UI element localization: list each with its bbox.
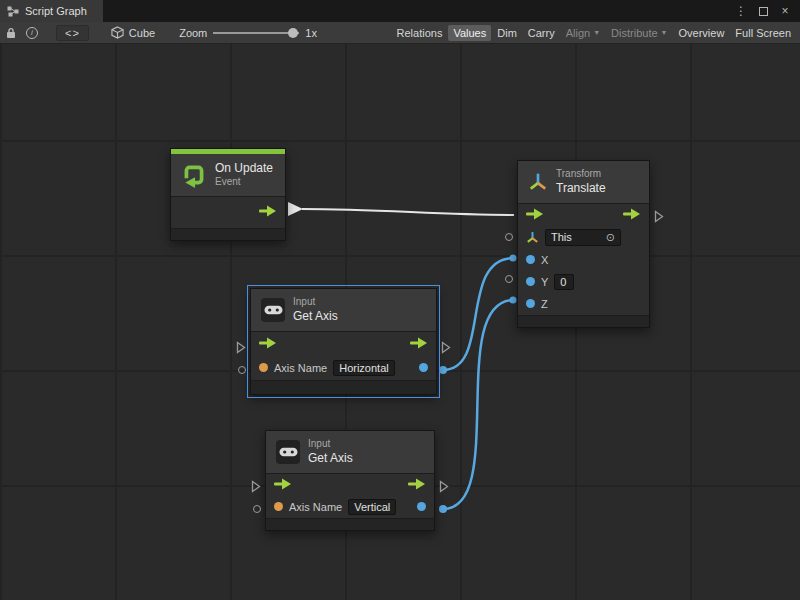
y-value-field[interactable]: 0 bbox=[554, 274, 574, 290]
info-icon: i bbox=[26, 27, 38, 39]
flow-in-marker[interactable] bbox=[236, 340, 246, 358]
value-output-port[interactable] bbox=[419, 363, 428, 372]
titlebar: Script Graph ⋮ × bbox=[0, 0, 800, 22]
node-header[interactable]: Input Get Axis bbox=[266, 431, 434, 474]
this-object-field[interactable]: This ⊙ bbox=[545, 229, 621, 246]
node-header[interactable]: Transform Translate bbox=[518, 161, 649, 204]
carry-button[interactable]: Carry bbox=[523, 25, 560, 41]
node-get-axis-horizontal[interactable]: Input Get Axis Axis Name Horizontal bbox=[250, 288, 437, 395]
flow-input-port[interactable] bbox=[526, 208, 544, 222]
value-input-port-x[interactable] bbox=[526, 255, 535, 264]
node-on-update[interactable]: On Update Event bbox=[170, 148, 286, 241]
wire-vertical-to-z[interactable] bbox=[443, 300, 514, 509]
context-selector[interactable]: Cube bbox=[111, 26, 155, 39]
dim-button[interactable]: Dim bbox=[492, 25, 522, 41]
value-output-port[interactable] bbox=[417, 502, 426, 511]
toolbar: i <> Cube Zoom 1x Relations Values Dim C… bbox=[0, 22, 800, 44]
port-label-z: Z bbox=[541, 298, 548, 310]
flow-wire-arrowhead bbox=[288, 202, 303, 216]
node-subtitle: Get Axis bbox=[308, 451, 353, 466]
wire-endpoint bbox=[439, 505, 447, 513]
flow-input-port[interactable] bbox=[274, 478, 292, 492]
string-input-port[interactable] bbox=[259, 363, 268, 372]
flow-out-marker[interactable] bbox=[441, 340, 451, 358]
zoom-control: Zoom 1x bbox=[179, 27, 317, 39]
flow-out-marker[interactable] bbox=[654, 209, 664, 227]
window-menu-button[interactable]: ⋮ bbox=[732, 2, 750, 20]
zoom-value: 1x bbox=[305, 27, 317, 39]
wire-endpoint bbox=[510, 255, 517, 262]
value-input-port-z[interactable] bbox=[526, 299, 535, 308]
unconnected-port-marker[interactable] bbox=[253, 505, 261, 513]
node-title: On Update bbox=[215, 161, 273, 176]
axis-name-field[interactable]: Vertical bbox=[348, 499, 396, 515]
values-button[interactable]: Values bbox=[448, 25, 491, 41]
flow-in-marker[interactable] bbox=[251, 479, 261, 497]
window-controls: ⋮ × bbox=[732, 0, 800, 22]
flow-row bbox=[251, 332, 436, 356]
this-object-value: This bbox=[551, 231, 572, 243]
graph-canvas[interactable]: On Update Event Transform bbox=[0, 44, 800, 600]
zoom-slider[interactable] bbox=[213, 32, 299, 34]
node-footer bbox=[266, 518, 434, 530]
full-screen-button[interactable]: Full Screen bbox=[730, 25, 796, 41]
string-input-port[interactable] bbox=[274, 502, 283, 511]
maximize-button[interactable] bbox=[754, 2, 772, 20]
node-title: Input bbox=[293, 296, 338, 309]
axis-name-field[interactable]: Horizontal bbox=[333, 360, 395, 376]
port-label-x: X bbox=[541, 254, 548, 266]
toolbar-buttons: Relations Values Dim Carry Align▼ Distri… bbox=[392, 25, 796, 41]
align-dropdown[interactable]: Align▼ bbox=[561, 25, 605, 41]
node-subtitle: Translate bbox=[556, 181, 606, 196]
code-view-button[interactable]: <> bbox=[56, 25, 89, 41]
transform-gizmo-icon bbox=[528, 172, 548, 192]
wire-endpoint bbox=[510, 297, 517, 304]
flow-output-port[interactable] bbox=[408, 478, 426, 492]
value-input-port-y[interactable] bbox=[526, 277, 535, 286]
node-footer bbox=[251, 380, 436, 394]
node-subtitle: Event bbox=[215, 176, 273, 189]
flow-row bbox=[518, 204, 649, 226]
node-footer bbox=[518, 315, 649, 327]
value-row-axis-name: Axis Name Horizontal bbox=[251, 356, 436, 380]
context-label: Cube bbox=[129, 27, 155, 39]
node-get-axis-vertical[interactable]: Input Get Axis Axis Name Vertical bbox=[265, 430, 435, 531]
node-footer bbox=[171, 228, 285, 240]
node-transform-translate[interactable]: Transform Translate This bbox=[517, 160, 650, 328]
node-header[interactable]: On Update Event bbox=[171, 154, 285, 197]
maximize-icon bbox=[759, 7, 768, 16]
port-label-y: Y bbox=[541, 276, 548, 288]
flow-output-port[interactable] bbox=[623, 208, 641, 222]
flow-output-port[interactable] bbox=[410, 337, 428, 351]
zoom-label: Zoom bbox=[179, 27, 207, 39]
distribute-dropdown[interactable]: Distribute▼ bbox=[606, 25, 672, 41]
flow-output-port[interactable] bbox=[259, 205, 277, 219]
unconnected-port-marker[interactable] bbox=[505, 275, 513, 283]
object-picker-icon[interactable]: ⊙ bbox=[606, 231, 615, 244]
wire-horizontal-to-x[interactable] bbox=[443, 258, 514, 370]
transform-gizmo-icon-small bbox=[526, 231, 539, 244]
graph-icon bbox=[7, 6, 19, 17]
unconnected-port-marker[interactable] bbox=[505, 233, 513, 241]
flow-input-port[interactable] bbox=[259, 337, 277, 351]
value-row-axis-name: Axis Name Vertical bbox=[266, 496, 434, 518]
relations-button[interactable]: Relations bbox=[392, 25, 448, 41]
overview-button[interactable]: Overview bbox=[674, 25, 730, 41]
inspect-button[interactable]: i bbox=[24, 27, 40, 39]
node-header[interactable]: Input Get Axis bbox=[251, 289, 436, 332]
loop-event-icon bbox=[181, 162, 207, 188]
flow-row bbox=[266, 474, 434, 496]
close-button[interactable]: × bbox=[776, 2, 794, 20]
tab-title: Script Graph bbox=[25, 5, 87, 17]
flow-out-marker[interactable] bbox=[439, 479, 449, 497]
unconnected-port-marker[interactable] bbox=[238, 366, 246, 374]
cube-icon bbox=[111, 26, 124, 39]
wire-onupdate-to-translate[interactable] bbox=[302, 209, 514, 215]
port-label-axis-name: Axis Name bbox=[289, 501, 342, 513]
script-graph-window: Script Graph ⋮ × i <> Cube Zoom bbox=[0, 0, 800, 600]
node-title: Transform bbox=[556, 168, 606, 181]
zoom-slider-handle[interactable] bbox=[288, 28, 298, 38]
lock-button[interactable] bbox=[4, 27, 18, 39]
value-row-y: Y 0 bbox=[518, 271, 649, 293]
tab-script-graph[interactable]: Script Graph bbox=[0, 0, 103, 22]
